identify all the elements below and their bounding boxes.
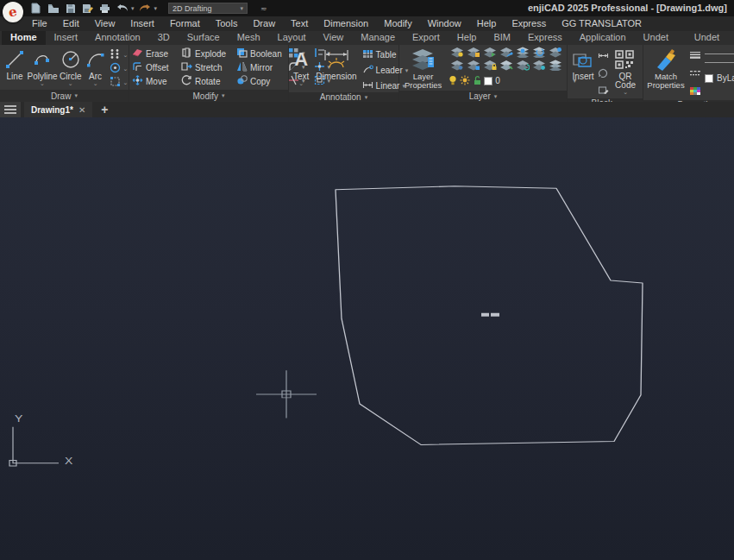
app-logo-icon[interactable]: e: [3, 2, 23, 22]
layer-bulb-icon[interactable]: [449, 73, 457, 89]
modify-panel-label[interactable]: Modify▾: [129, 90, 288, 102]
menu-item[interactable]: Insert: [122, 16, 162, 31]
menu-item[interactable]: Modify: [376, 16, 419, 31]
ribbon-tab[interactable]: View: [315, 31, 353, 45]
save-as-icon[interactable]: [81, 3, 94, 15]
layer-unlock-icon[interactable]: [499, 59, 513, 74]
ribbon-tab[interactable]: Undet Floor Plan: [686, 31, 734, 45]
stretch-button[interactable]: Stretch: [181, 61, 236, 73]
menu-item[interactable]: Tools: [208, 16, 246, 31]
arc-button[interactable]: Arc ⌄: [84, 47, 108, 90]
insert-button[interactable]: Insert: [570, 47, 596, 98]
save-icon[interactable]: [64, 3, 77, 15]
qr-dropdown-icon[interactable]: ⌄: [623, 90, 628, 95]
layer-lock-icon[interactable]: [483, 59, 497, 74]
layer-sun-icon[interactable]: [460, 73, 470, 89]
donut-icon[interactable]: [110, 62, 121, 75]
open-file-icon[interactable]: [47, 3, 60, 15]
ribbon-tab[interactable]: Manage: [352, 31, 404, 45]
erase-button[interactable]: Erase: [132, 48, 181, 60]
ribbon-tab[interactable]: Annotation: [86, 31, 149, 45]
document-tab-drawing1[interactable]: Drawing1* ✕: [24, 102, 92, 117]
dimension-button[interactable]: Dimension: [314, 47, 358, 92]
explode-button[interactable]: Explode: [181, 47, 236, 60]
circle-button[interactable]: Circle ⌄: [58, 47, 84, 90]
boolean-button[interactable]: Boolean: [236, 47, 288, 60]
new-file-icon[interactable]: [29, 3, 42, 15]
layer-panel-label[interactable]: Layer▾: [399, 91, 567, 102]
menu-item[interactable]: File: [24, 16, 55, 31]
block-attach-icon[interactable]: [598, 83, 609, 98]
menu-item[interactable]: Express: [504, 16, 554, 31]
lineweight-icon[interactable]: [689, 48, 701, 64]
drawing-canvas[interactable]: Y X: [0, 117, 734, 560]
menu-item[interactable]: View: [87, 16, 123, 31]
text-dropdown-icon[interactable]: ⌄: [298, 81, 304, 86]
ribbon-tab[interactable]: Insert: [46, 31, 87, 45]
linetype-icon[interactable]: [689, 66, 701, 82]
ribbon-tab[interactable]: Layout: [269, 31, 315, 45]
arc-dropdown-icon[interactable]: ⌄: [93, 81, 98, 86]
color-palette-icon[interactable]: [689, 85, 701, 100]
ribbon-tab[interactable]: Home: [2, 31, 46, 45]
redo-dropdown-icon[interactable]: ▾: [154, 5, 158, 12]
ribbon-tab[interactable]: BIM: [485, 31, 519, 45]
line-button[interactable]: Line: [3, 47, 27, 90]
workspace-select[interactable]: 2D Drafting ▾: [168, 3, 248, 14]
redo-icon[interactable]: [139, 3, 152, 15]
linetype-sample[interactable]: [705, 62, 734, 63]
ribbon-tab[interactable]: Undet Point Cloud: [635, 31, 686, 45]
block-define-icon[interactable]: [598, 48, 609, 64]
plot-icon[interactable]: [98, 3, 111, 15]
layer-merge-icon[interactable]: [516, 59, 530, 74]
offset-button[interactable]: Offset: [132, 61, 181, 73]
copy-button[interactable]: Copy: [236, 75, 288, 87]
qr-code-button[interactable]: QR Code ⌄: [611, 47, 640, 98]
layer-walk-icon[interactable]: [549, 59, 562, 74]
qat-customize-icon[interactable]: ≂: [260, 4, 267, 13]
menu-item[interactable]: Window: [420, 16, 469, 31]
menu-item[interactable]: Dimension: [316, 16, 376, 31]
donut-dropdown-icon[interactable]: ⌄: [123, 66, 129, 72]
layer-unlock-state-icon[interactable]: [473, 73, 481, 89]
menu-item[interactable]: Text: [283, 16, 316, 31]
circle-dropdown-icon[interactable]: ⌄: [68, 81, 73, 86]
point-dropdown-icon[interactable]: ⌄: [123, 52, 129, 59]
point-style-icon[interactable]: [110, 48, 121, 61]
undo-dropdown-icon[interactable]: ▾: [131, 5, 135, 12]
layer-properties-button[interactable]: Layer Properties: [403, 47, 443, 91]
polyline-button[interactable]: Polyline ⌄: [27, 47, 58, 90]
mirror-button[interactable]: Mirror: [236, 61, 288, 73]
menu-item[interactable]: Draw: [245, 16, 283, 31]
hatch-dropdown-icon[interactable]: ⌄: [123, 79, 129, 86]
undo-icon[interactable]: [116, 3, 129, 15]
new-tab-button[interactable]: +: [101, 103, 108, 116]
layer-select[interactable]: 0 ▾: [449, 74, 568, 87]
layer-thaw-icon[interactable]: [467, 59, 480, 74]
layer-off-icon[interactable]: [450, 59, 464, 74]
move-button[interactable]: Move: [132, 75, 181, 87]
menu-item[interactable]: GG TRANSLATOR: [554, 16, 649, 31]
block-edit-icon[interactable]: [598, 66, 609, 81]
annotation-panel-label[interactable]: Annotation▾: [289, 92, 398, 102]
ribbon-tab[interactable]: Help: [449, 31, 486, 45]
color-control[interactable]: ByLayer: [705, 73, 734, 83]
text-button[interactable]: A Text ⌄: [292, 47, 311, 92]
polyline-dropdown-icon[interactable]: ⌄: [40, 81, 45, 86]
menu-item[interactable]: Help: [469, 16, 505, 31]
menu-item[interactable]: Edit: [55, 16, 87, 31]
layer-delete-icon[interactable]: [532, 59, 546, 74]
match-properties-button[interactable]: Match Properties: [646, 47, 686, 100]
ribbon-tab[interactable]: Express: [519, 31, 571, 45]
layer-color-swatch[interactable]: [484, 77, 492, 85]
menu-item[interactable]: Format: [162, 16, 208, 31]
ribbon-tab[interactable]: Surface: [179, 31, 229, 45]
draw-panel-label[interactable]: Draw▾: [0, 90, 129, 102]
rotate-button[interactable]: Rotate: [181, 75, 236, 87]
tab-menu-icon[interactable]: [0, 102, 21, 117]
hatch-icon[interactable]: [110, 76, 121, 89]
tab-close-icon[interactable]: ✕: [78, 105, 85, 115]
ribbon-tab[interactable]: 3D: [149, 31, 179, 45]
ribbon-tab[interactable]: Export: [404, 31, 449, 45]
ribbon-tab[interactable]: Mesh: [229, 31, 269, 45]
